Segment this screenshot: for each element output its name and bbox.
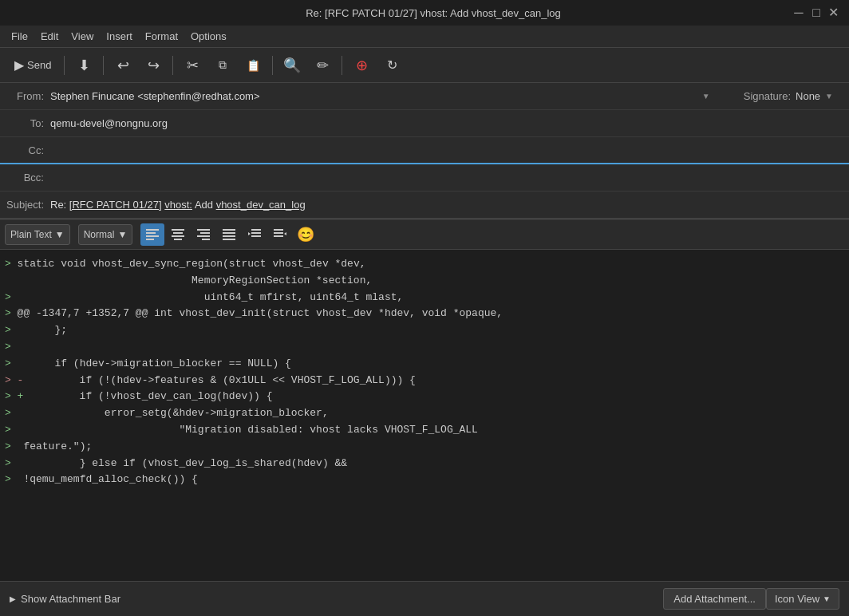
redo-button[interactable]: ↪ [139,51,168,80]
svg-rect-17 [251,232,261,234]
svg-rect-18 [251,235,261,237]
menu-options[interactable]: Options [184,29,233,44]
subject-label: Subject: [6,199,50,211]
subject-rfc-link[interactable]: [RFC PATCH 01/27] [69,199,162,211]
from-label: From: [6,90,50,102]
code-line: > uint64_t mfirst, uint64_t mlast, [3,290,846,306]
signature-label: Signature: [744,90,791,102]
separator4 [272,56,273,75]
separator3 [172,56,173,75]
menu-view[interactable]: View [65,29,100,44]
bcc-row: Bcc: [0,164,849,192]
code-line: > if (hdev->migration_blocker == NULL) { [3,356,846,373]
cut-button[interactable]: ✂ [178,51,207,80]
close-button[interactable]: ✕ [828,7,839,18]
emoji-button[interactable]: 😊 [294,223,318,246]
bcc-field[interactable] [50,168,843,187]
text-format-select[interactable]: Plain Text ▼ [5,224,70,245]
from-row: From: ▼ Signature: None ▼ [0,83,849,110]
align-center-button[interactable] [166,223,190,246]
paragraph-style-select[interactable]: Normal ▼ [78,224,133,245]
menubar: File Edit View Insert Format Options [0,26,849,48]
save-button[interactable]: ⬇ [69,51,98,80]
svg-rect-14 [223,235,235,237]
undo-icon: ↩ [117,57,129,74]
svg-marker-23 [284,232,286,235]
svg-rect-9 [200,232,210,234]
code-line: > @@ -1347,7 +1352,7 @@ int vhost_dev_in… [3,306,846,322]
svg-rect-4 [172,229,184,231]
titlebar: Re: [RFC PATCH 01/27] vhost: Add vhost_d… [0,0,849,26]
body-area[interactable]: > static void vhost_dev_sync_region(stru… [0,250,849,616]
subject-value: Re: [RFC PATCH 01/27] vhost: Add vhost_d… [50,195,843,214]
cut-icon: ✂ [187,57,199,74]
send-button[interactable]: ▶ Send [6,51,59,80]
code-line: > [3,339,846,356]
code-line: > "Migration disabled: vhost lacks VHOST… [3,422,846,439]
subject-row: Subject: Re: [RFC PATCH 01/27] vhost: Ad… [0,192,849,219]
separator [64,56,65,75]
separator2 [103,56,104,75]
svg-rect-16 [251,229,261,231]
align-left-button[interactable] [140,223,164,246]
code-line: > error_setg(&hdev->migration_blocker, [3,405,846,422]
main-content: From: ▼ Signature: None ▼ To: Cc: [0,83,849,616]
subject-vhost-link[interactable]: vhost: [164,199,192,211]
add-attachment-label: Add Attachment... [673,593,756,605]
indent-more-button[interactable] [268,223,292,246]
show-attachment-button[interactable]: ▶ Show Attachment Bar [10,593,120,605]
send-label: Send [27,59,51,71]
to-field[interactable] [50,114,843,132]
search-button[interactable]: 🔍 [278,51,306,80]
icon-view-button[interactable]: Icon View ▼ [766,588,839,610]
indent-more-icon [274,229,286,240]
svg-rect-1 [146,232,156,234]
justify-button[interactable] [217,223,241,246]
align-right-button[interactable] [192,223,215,246]
undo-button[interactable]: ↩ [109,51,137,80]
spellcheck-icon: ✏ [317,57,329,74]
titlebar-title: Re: [RFC PATCH 01/27] vhost: Add vhost_d… [306,7,561,19]
menu-format[interactable]: Format [139,29,184,44]
minimize-button[interactable]: ─ [793,7,804,18]
icon-view-label: Icon View [775,593,819,605]
svg-rect-20 [274,229,283,231]
spellcheck-button[interactable]: ✏ [308,51,337,80]
header-area: From: ▼ Signature: None ▼ To: Cc: [0,83,849,219]
important-button[interactable]: ⊕ [347,51,376,80]
cc-field[interactable] [50,141,843,160]
indent-less-icon [248,229,261,240]
cc-label: Cc: [6,144,50,156]
code-line: > + if (!vhost_dev_can_log(hdev)) { [3,389,846,405]
svg-rect-22 [274,235,283,237]
icon-view-arrow: ▼ [823,594,831,603]
code-line: > } else if (vhost_dev_log_is_shared(hde… [3,456,846,472]
paste-button[interactable]: 📋 [239,51,267,80]
subject-func-link[interactable]: vhost_dev_can_log [216,199,306,211]
bottom-bar: ▶ Show Attachment Bar Add Attachment... … [0,581,849,616]
code-line: > }; [3,322,846,339]
redo-icon: ↪ [148,57,160,74]
forward-button[interactable]: ↻ [377,51,406,80]
add-attachment-button[interactable]: Add Attachment... [663,588,766,610]
bcc-label: Bcc: [6,172,50,184]
menu-edit[interactable]: Edit [34,29,65,44]
forward-icon: ↻ [387,57,397,73]
code-line: > feature."); [3,439,846,456]
svg-rect-21 [274,232,283,234]
maximize-button[interactable]: □ [811,7,822,18]
svg-rect-6 [172,235,184,237]
svg-rect-8 [197,229,210,231]
menu-file[interactable]: File [5,29,34,44]
menu-insert[interactable]: Insert [100,29,139,44]
signature-dropdown-arrow[interactable]: ▼ [825,92,833,101]
save-icon: ⬇ [78,57,90,74]
to-label: To: [6,117,50,129]
from-field[interactable] [50,87,702,105]
copy-button[interactable]: ⧉ [208,51,237,80]
justify-icon [223,229,235,240]
send-icon: ▶ [14,57,24,73]
show-attachment-label: Show Attachment Bar [21,593,120,605]
from-dropdown-arrow[interactable]: ▼ [702,92,710,101]
indent-less-button[interactable] [243,223,267,246]
